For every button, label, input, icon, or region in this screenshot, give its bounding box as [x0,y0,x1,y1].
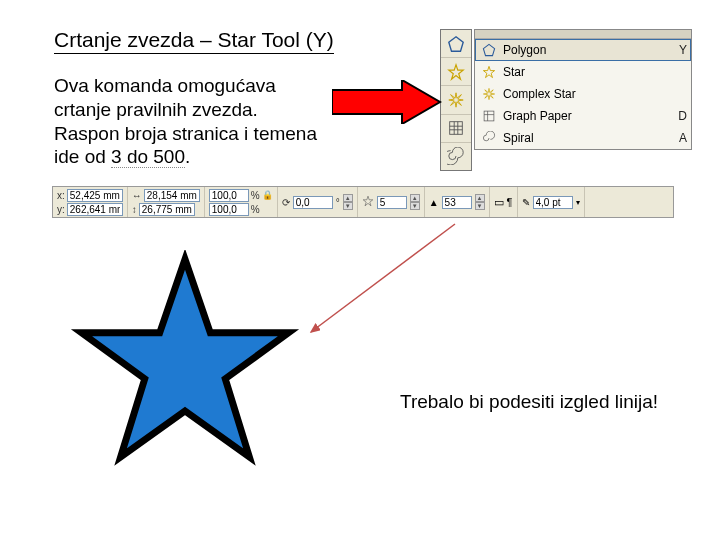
width-icon: ↔ [132,190,142,201]
flyout-item-complex-star[interactable]: Complex Star [475,83,691,105]
rotate-icon: ⟳ [282,197,290,208]
svg-marker-8 [483,44,494,55]
misc-group: ▭ ¶ [490,187,518,217]
polygon-icon [479,43,499,57]
thin-arrow [305,220,465,340]
rotation-spinner[interactable]: ▲▼ [343,194,353,210]
spiral-icon [479,131,499,145]
lock-icon[interactable]: 🔒 [262,190,273,200]
svg-marker-0 [449,36,463,50]
property-bar: x: y: ↔ ↕ %🔒 % ⟳ ° ▲▼ ▲▼ ▲ ▲▼ ▭ ¶ ✎ ▾ [52,186,674,218]
title-text: Crtanje zvezda – Star Tool ( [54,28,313,51]
x-label: x: [57,190,65,201]
star-icon [447,63,465,81]
note-text: Trebalo bi podesiti izgled linija! [400,390,660,414]
flyout-label: Complex Star [499,87,669,101]
flyout-label: Spiral [499,131,669,145]
polygon-icon [447,35,465,53]
star-icon [479,65,499,79]
graph-paper-icon [447,119,465,137]
height-input[interactable] [139,203,195,216]
spiral-icon [447,147,465,165]
toolbox-btn-spiral[interactable] [441,143,471,170]
toolbox-btn-graph-paper[interactable] [441,115,471,143]
star-shape [70,250,300,480]
flyout-item-polygon[interactable]: Polygon Y [475,39,691,61]
title-close: ) [327,28,334,51]
points-input[interactable] [377,196,407,209]
outline-input[interactable] [533,196,573,209]
toolbox [440,29,472,171]
pen-icon: ✎ [522,197,530,208]
desc-range: 3 do 500 [111,146,185,168]
description: Ova komanda omogućava crtanje pravilnih … [54,74,324,169]
svg-line-16 [311,224,455,332]
page-title: Crtanje zvezda – Star Tool (Y) [54,28,334,54]
svg-marker-2 [449,93,463,107]
rotation-input[interactable] [293,196,333,209]
svg-marker-1 [449,65,463,79]
star-points-icon [362,195,374,209]
points-spinner[interactable]: ▲▼ [410,194,420,210]
flyout-label: Star [499,65,669,79]
y-label: y: [57,204,65,215]
scale-group: %🔒 % [205,187,278,217]
toolbox-btn-polygon[interactable] [441,30,471,58]
wrap-icon[interactable]: ¶ [507,196,513,208]
pct-label: % [251,190,260,201]
flyout-key: A [669,131,687,145]
scale-y-input[interactable] [209,203,249,216]
toolbox-btn-star[interactable] [441,58,471,86]
flyout-key: Y [669,43,687,57]
rotation-group: ⟳ ° ▲▼ [278,187,358,217]
svg-rect-3 [450,122,463,135]
svg-marker-15 [363,196,373,206]
svg-marker-14 [332,80,440,124]
sharpness-group: ▲ ▲▼ [425,187,490,217]
flyout-label: Graph Paper [499,109,669,123]
svg-marker-10 [483,88,494,99]
complex-star-icon [479,87,499,101]
dropdown-icon[interactable]: ▾ [576,198,580,207]
flyout-item-graph-paper[interactable]: Graph Paper D [475,105,691,127]
outline-group: ✎ ▾ [518,187,585,217]
svg-marker-9 [483,66,494,77]
x-input[interactable] [67,189,123,202]
shape-flyout: Polygon Y Star Complex Star Graph Paper … [474,29,692,150]
red-arrow [332,80,442,124]
sharpness-input[interactable] [442,196,472,209]
sharpness-spinner[interactable]: ▲▼ [475,194,485,210]
toolbox-btn-complex-star[interactable] [441,86,471,114]
desc-after: . [185,146,190,167]
size-group: ↔ ↕ [128,187,205,217]
scale-x-input[interactable] [209,189,249,202]
title-key: Y [313,28,327,51]
points-group: ▲▼ [358,187,425,217]
flyout-label: Polygon [499,43,669,57]
svg-rect-11 [484,111,494,121]
svg-marker-17 [82,259,289,457]
height-icon: ↕ [132,204,137,215]
y-input[interactable] [67,203,123,216]
graph-paper-icon [479,109,499,123]
flyout-item-star[interactable]: Star [475,61,691,83]
deg-label: ° [336,197,340,208]
width-input[interactable] [144,189,200,202]
flyout-item-spiral[interactable]: Spiral A [475,127,691,149]
sharpness-icon: ▲ [429,197,439,208]
pos-group: x: y: [53,187,128,217]
behind-icon[interactable]: ▭ [494,196,504,209]
flyout-key: D [669,109,687,123]
flyout-titlebar [475,30,691,39]
complex-star-icon [447,91,465,109]
